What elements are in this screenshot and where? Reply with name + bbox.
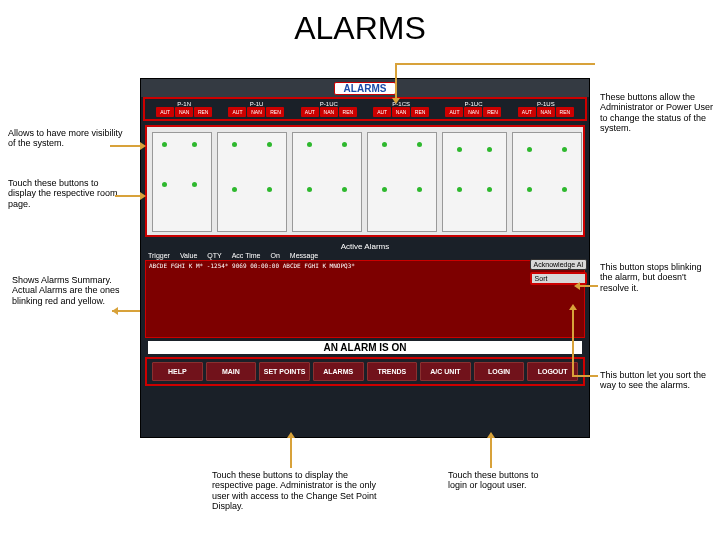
callout-right3: This button let you sort the way to see … <box>600 370 710 391</box>
unit-btn-ren[interactable]: REN <box>339 107 357 117</box>
nav-acunit[interactable]: A/C UNIT <box>420 362 471 381</box>
alarms-body: ABCDE FGHI K M* -1254* 9069 00:00:00 ABC… <box>145 260 585 338</box>
unit-btn-aut[interactable]: AUT <box>445 107 463 117</box>
col-qty: QTY <box>207 252 221 259</box>
page-title: ALARMS <box>0 0 720 53</box>
col-msg: Message <box>290 252 318 259</box>
unit-btn-nan[interactable]: NAN <box>247 107 265 117</box>
unit-0: P-1N AUT NAN REN <box>149 101 219 117</box>
nav-help[interactable]: HELP <box>152 362 203 381</box>
unit-btn-ren[interactable]: REN <box>266 107 284 117</box>
floorplan[interactable] <box>145 125 585 237</box>
callout-bottom1: Touch these buttons to display the respe… <box>212 470 387 511</box>
col-on: On <box>271 252 280 259</box>
alarms-title: Active Alarms <box>145 241 585 252</box>
unit-btn-aut[interactable]: AUT <box>518 107 536 117</box>
callout-right1: These buttons allow the Administrator or… <box>600 92 715 133</box>
unit-btn-nan[interactable]: NAN <box>464 107 482 117</box>
unit-row: P-1N AUT NAN REN P-1U AUT NAN REN P-1UC … <box>143 97 587 121</box>
alarms-columns: Trigger Value QTY Acc Time On Message <box>145 252 585 259</box>
unit-5: P-1US AUT NAN REN <box>511 101 581 117</box>
nav-trends[interactable]: TRENDS <box>367 362 418 381</box>
unit-btn-aut[interactable]: AUT <box>301 107 319 117</box>
alarm-row: ABCDE FGHI K M* -1254* 9069 00:00:00 ABC… <box>146 261 584 270</box>
unit-btn-aut[interactable]: AUT <box>228 107 246 117</box>
col-acctime: Acc Time <box>232 252 261 259</box>
unit-btn-aut[interactable]: AUT <box>156 107 174 117</box>
nav-logout[interactable]: LOGOUT <box>527 362 578 381</box>
unit-btn-ren[interactable]: REN <box>194 107 212 117</box>
col-trigger: Trigger <box>148 252 170 259</box>
unit-2: P-1UC AUT NAN REN <box>294 101 364 117</box>
acknowledge-button[interactable]: Acknowledge Al <box>530 259 587 270</box>
nav-alarms[interactable]: ALARMS <box>313 362 364 381</box>
unit-btn-ren[interactable]: REN <box>411 107 429 117</box>
hmi-screen: ALARMS P-1N AUT NAN REN P-1U AUT NAN REN… <box>140 78 590 438</box>
callout-left3: Shows Alarms Summary. Actual Alarms are … <box>12 275 132 306</box>
nav-row: HELP MAIN SET POINTS ALARMS TRENDS A/C U… <box>145 357 585 386</box>
unit-4: P-1UC AUT NAN REN <box>438 101 508 117</box>
hmi-header-label: ALARMS <box>334 82 397 95</box>
alarm-banner: AN ALARM IS ON <box>148 341 582 354</box>
callout-right2: This button stops blinking the alarm, bu… <box>600 262 710 293</box>
unit-btn-nan[interactable]: NAN <box>320 107 338 117</box>
unit-btn-nan[interactable]: NAN <box>392 107 410 117</box>
hmi-header: ALARMS <box>141 79 589 97</box>
callout-bottom2: Touch these buttons to login or logout u… <box>448 470 558 491</box>
unit-btn-ren[interactable]: REN <box>483 107 501 117</box>
callout-left2: Touch these buttons to display the respe… <box>8 178 128 209</box>
nav-setpoints[interactable]: SET POINTS <box>259 362 310 381</box>
unit-3: P-1CS AUT NAN REN <box>366 101 436 117</box>
unit-btn-aut[interactable]: AUT <box>373 107 391 117</box>
alarms-panel: Active Alarms Trigger Value QTY Acc Time… <box>145 241 585 354</box>
nav-main[interactable]: MAIN <box>206 362 257 381</box>
nav-login[interactable]: LOGIN <box>474 362 525 381</box>
unit-btn-nan[interactable]: NAN <box>537 107 555 117</box>
unit-btn-nan[interactable]: NAN <box>175 107 193 117</box>
col-value: Value <box>180 252 197 259</box>
unit-btn-ren[interactable]: REN <box>556 107 574 117</box>
unit-1: P-1U AUT NAN REN <box>221 101 291 117</box>
